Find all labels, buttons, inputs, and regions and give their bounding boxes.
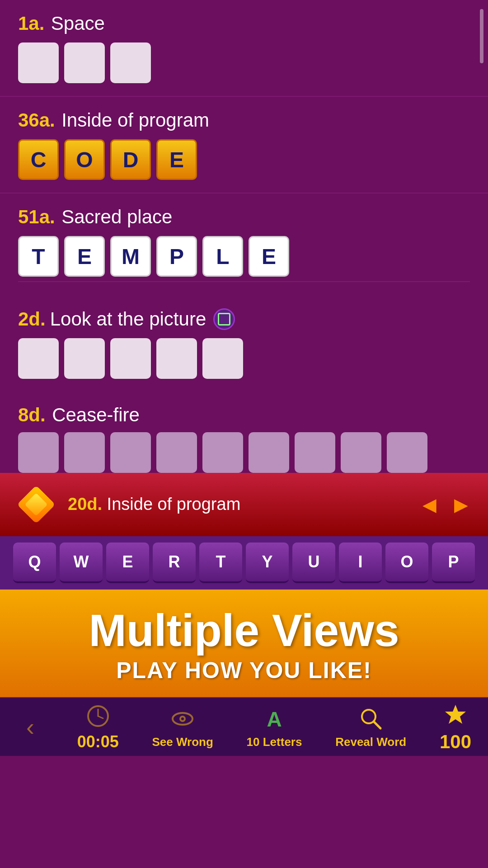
see-wrong-icon [169,705,196,732]
bottom-toolbar: ‹ 00:05 See Wrong A [0,697,488,756]
prev-clue-button[interactable]: ◀ [416,491,443,518]
clue-number-2d: 2d. [18,308,46,330]
key-t[interactable]: T [199,542,242,583]
tile[interactable] [110,42,151,83]
active-clue-text: Inside of program [107,495,241,514]
ten-letters-icon: A [261,705,288,732]
clue-number-8d: 8d. [18,404,46,425]
svg-line-10 [374,722,380,728]
tile[interactable] [64,432,105,473]
tile[interactable] [110,338,151,379]
clue-text-8d: Cease-fire [52,404,140,425]
tile[interactable]: D [110,139,151,180]
tile[interactable] [387,432,427,473]
scrollbar[interactable] [480,9,483,63]
key-o[interactable]: O [385,542,428,583]
svg-marker-11 [445,705,466,724]
banner-overlay: Multiple Views PLAY HOW YOU LIKE! [0,590,488,697]
key-i[interactable]: I [339,542,382,583]
key-w[interactable]: W [60,542,103,583]
timer-display: 00:05 [77,703,119,751]
timer-value: 00:05 [77,732,119,751]
active-clue-bar: 20d. Inside of program ◀ ▶ [0,473,488,536]
back-button[interactable]: ‹ [17,713,44,741]
active-clue-number: 20d. [68,495,102,514]
clue-number-36a: 36a. [18,109,55,131]
svg-point-7 [181,717,184,720]
tile[interactable]: P [156,236,197,277]
tile[interactable] [202,432,243,473]
tile[interactable] [156,432,197,473]
puzzle-area: 1a. Space 36a. Inside of program C O D E… [0,0,488,473]
see-wrong-label: See Wrong [152,735,213,749]
clue-text-2d: Look at the picture [50,308,206,330]
tile[interactable] [18,42,59,83]
key-p[interactable]: P [432,542,475,583]
tile[interactable] [64,42,105,83]
tile[interactable]: C [18,139,59,180]
clue-text-36a: Inside of program [61,109,209,131]
tile[interactable]: O [64,139,105,180]
tile[interactable]: E [64,236,105,277]
tile[interactable]: T [18,236,59,277]
reveal-word-button[interactable]: Reveal Word [335,705,406,749]
score-value: 100 [440,731,471,753]
key-q[interactable]: Q [13,542,56,583]
clue-number-51a: 51a. [18,206,55,227]
nav-arrows: ◀ ▶ [416,491,474,518]
tiles-51a: T E M P L E [18,236,470,277]
ten-letters-label: 10 Letters [247,735,302,749]
clue-section-51a: 51a. Sacred place T E M P L E [0,193,488,281]
svg-line-4 [98,716,103,718]
tile[interactable] [64,338,105,379]
reveal-word-label: Reveal Word [335,735,406,749]
tiles-8d [18,432,470,473]
svg-text:A: A [267,708,282,731]
tile[interactable] [295,432,335,473]
timer-icon [84,703,112,730]
tile[interactable] [156,338,197,379]
score-icon [442,701,469,728]
tile[interactable]: E [249,236,289,277]
hint-icon[interactable] [213,308,235,330]
tile[interactable] [110,432,151,473]
tile[interactable] [18,338,59,379]
clue-section-8d: 8d. Cease-fire [0,392,488,473]
banner-subtitle: PLAY HOW YOU LIKE! [14,657,474,684]
diamond-logo [14,482,59,527]
tiles-2d [18,338,470,379]
reveal-icon [357,705,385,732]
key-u[interactable]: U [292,542,335,583]
clue-text-51a: Sacred place [61,206,172,227]
key-e[interactable]: E [106,542,149,583]
see-wrong-button[interactable]: See Wrong [152,705,213,749]
tile[interactable] [341,432,381,473]
clue-text-1a: Space [51,13,105,34]
key-y[interactable]: Y [246,542,289,583]
tile[interactable] [249,432,289,473]
tile[interactable]: L [202,236,243,277]
hint-icon-inner [218,313,230,326]
clue-section-36a: 36a. Inside of program C O D E [0,97,488,193]
tile[interactable] [18,432,59,473]
clue-number-1a: 1a. [18,13,44,34]
tile[interactable]: M [110,236,151,277]
key-r[interactable]: R [153,542,196,583]
banner-title: Multiple Views [14,608,474,653]
keyboard: Q W E R T Y U I O P [0,536,488,590]
ten-letters-button[interactable]: A 10 Letters [247,705,302,749]
tiles-36a: C O D E [18,139,470,180]
tile[interactable] [202,338,243,379]
active-clue-content: 20d. Inside of program [68,494,407,515]
tiles-1a [18,42,470,83]
clue-section-2d: 2d. Look at the picture [0,296,488,392]
score-display: 100 [440,701,471,753]
keyboard-row-1: Q W E R T Y U I O P [5,542,483,583]
tile[interactable]: E [156,139,197,180]
next-clue-button[interactable]: ▶ [447,491,474,518]
clue-section-1a: 1a. Space [0,0,488,97]
